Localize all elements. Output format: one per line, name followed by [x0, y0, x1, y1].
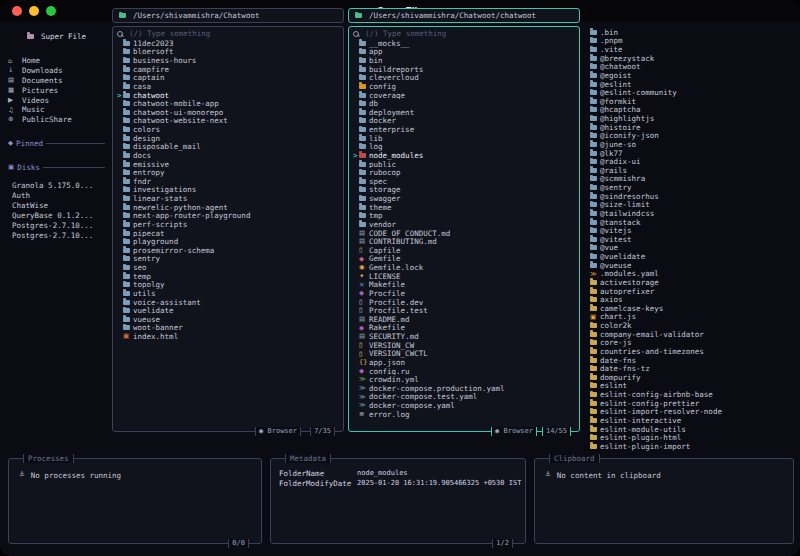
- file-row[interactable]: @eslint-community: [584, 88, 794, 97]
- file-row[interactable]: .vite: [584, 45, 794, 54]
- maximize-button[interactable]: [46, 6, 56, 16]
- file-row[interactable]: vuelidate: [117, 306, 343, 315]
- file-row[interactable]: @tanstack: [584, 218, 794, 227]
- disk-item[interactable]: QueryBase 0.1.2...: [12, 211, 105, 221]
- file-row[interactable]: business-hours: [117, 56, 343, 65]
- file-row[interactable]: {} app.json: [353, 358, 579, 367]
- file-row[interactable]: eslint-plugin-html: [584, 433, 794, 442]
- file-row[interactable]: enterprise: [353, 125, 579, 134]
- file-row[interactable]: chatwoot-mobile-app: [117, 99, 343, 108]
- file-row[interactable]: casa: [117, 82, 343, 91]
- file-row[interactable]: eslint: [584, 382, 794, 391]
- file-row[interactable]: disposable_mail: [117, 143, 343, 152]
- file-row[interactable]: woot-banner: [117, 324, 343, 333]
- file-row[interactable]: config: [353, 82, 579, 91]
- file-row[interactable]: @histoire: [584, 123, 794, 132]
- file-row[interactable]: @tailwindcss: [584, 209, 794, 218]
- disk-item[interactable]: Postgres-2.7.10...: [12, 221, 105, 231]
- file-row[interactable]: autoprefixer: [584, 287, 794, 296]
- file-row[interactable]: ◆ Gemfile: [353, 255, 579, 264]
- file-row[interactable]: swagger: [353, 194, 579, 203]
- file-row[interactable]: lib: [353, 134, 579, 143]
- file-row[interactable]: ≫ docker-compose.production.yaml: [353, 384, 579, 393]
- file-row[interactable]: sentry: [117, 255, 343, 264]
- file-row[interactable]: @hcaptcha: [584, 106, 794, 115]
- file-row[interactable]: temp: [117, 272, 343, 281]
- close-button[interactable]: [12, 6, 22, 16]
- file-row[interactable]: perf-scripts: [117, 220, 343, 229]
- file-row[interactable]: color2k: [584, 321, 794, 330]
- minimize-button[interactable]: [29, 6, 39, 16]
- file-row[interactable]: ▯ Capfile: [353, 246, 579, 255]
- disk-item[interactable]: Granola 5.175.0...: [12, 181, 105, 191]
- file-row[interactable]: emissive: [117, 160, 343, 169]
- file-row[interactable]: colors: [117, 125, 343, 134]
- sidebar-item[interactable]: ⌂ Home: [8, 56, 105, 66]
- file-row[interactable]: seo: [117, 263, 343, 272]
- file-row[interactable]: campfire: [117, 65, 343, 74]
- file-row[interactable]: @vuelidate: [584, 252, 794, 261]
- file-row[interactable]: @june-so: [584, 140, 794, 149]
- file-row[interactable]: date-fns: [584, 356, 794, 365]
- file-row[interactable]: ▤ README.md: [353, 315, 579, 324]
- file-row[interactable]: prosemirror-schema: [117, 246, 343, 255]
- file-row[interactable]: @highlightjs: [584, 114, 794, 123]
- file-row[interactable]: ▯ Procfile.dev: [353, 298, 579, 307]
- file-row[interactable]: docker: [353, 117, 579, 126]
- file-row[interactable]: > chatwoot: [117, 91, 343, 100]
- file-row[interactable]: .bin: [584, 28, 794, 37]
- file-row[interactable]: activestorage: [584, 278, 794, 287]
- file-row[interactable]: @eslint: [584, 80, 794, 89]
- file-row[interactable]: ▣ index.html: [117, 332, 343, 341]
- file-row[interactable]: ▯ VERSION_CW: [353, 341, 579, 350]
- file-row[interactable]: eslint-import-resolver-node: [584, 408, 794, 417]
- file-row[interactable]: rubocop: [353, 168, 579, 177]
- file-row[interactable]: log: [353, 143, 579, 152]
- file-row[interactable]: bloersoft: [117, 48, 343, 57]
- file-row[interactable]: pipecat: [117, 229, 343, 238]
- file-row[interactable]: @sindresorhus: [584, 192, 794, 201]
- file-row[interactable]: ▤ CODE_OF_CONDUCT.md: [353, 229, 579, 238]
- file-row[interactable]: axios: [584, 295, 794, 304]
- file-row[interactable]: .pnpm: [584, 37, 794, 46]
- file-row[interactable]: countries-and-timezones: [584, 347, 794, 356]
- disk-item[interactable]: Postgres-2.7.10...: [12, 231, 105, 241]
- file-row[interactable]: playground: [117, 237, 343, 246]
- sidebar-item[interactable]: ▤ Documents: [8, 76, 105, 86]
- file-row[interactable]: storage: [353, 186, 579, 195]
- file-row[interactable]: docs: [117, 151, 343, 160]
- file-row[interactable]: @vitejs: [584, 226, 794, 235]
- file-row[interactable]: eslint-plugin-import: [584, 442, 794, 451]
- file-row[interactable]: eslint-module-utils: [584, 425, 794, 434]
- file-row[interactable]: @scmmishra: [584, 175, 794, 184]
- file-row[interactable]: ≫ crowdin.yml: [353, 375, 579, 384]
- file-row[interactable]: clevercloud: [353, 74, 579, 83]
- file-row[interactable]: @egoist: [584, 71, 794, 80]
- file-row[interactable]: linear-stats: [117, 194, 343, 203]
- file-row[interactable]: @breezystack: [584, 54, 794, 63]
- file-row[interactable]: eslint-config-airbnb-base: [584, 390, 794, 399]
- file-row[interactable]: dompurify: [584, 373, 794, 382]
- disk-item[interactable]: ChatWise: [12, 201, 105, 211]
- file-row[interactable]: __mocks__: [353, 39, 579, 48]
- file-row[interactable]: fndr: [117, 177, 343, 186]
- file-row[interactable]: @chatwoot: [584, 63, 794, 72]
- file-row[interactable]: app: [353, 48, 579, 57]
- file-row[interactable]: ▯ Procfile.test: [353, 306, 579, 315]
- file-row[interactable]: eslint-config-prettier: [584, 399, 794, 408]
- file-row[interactable]: buildreports: [353, 65, 579, 74]
- file-row[interactable]: 11dec2023: [117, 39, 343, 48]
- file-row[interactable]: vendor: [353, 220, 579, 229]
- sidebar-item[interactable]: ♫ Music: [8, 105, 105, 115]
- disk-item[interactable]: Auth: [12, 191, 105, 201]
- file-row[interactable]: spec: [353, 177, 579, 186]
- panel1-search-input[interactable]: (/) Type something: [117, 29, 343, 38]
- file-row[interactable]: @vue: [584, 244, 794, 253]
- file-row[interactable]: investigations: [117, 186, 343, 195]
- file-row[interactable]: theme: [353, 203, 579, 212]
- file-row[interactable]: > node_modules: [353, 151, 579, 160]
- file-row[interactable]: design: [117, 134, 343, 143]
- file-row[interactable]: date-fns-tz: [584, 364, 794, 373]
- file-row[interactable]: ▯ VERSION_CWCTL: [353, 350, 579, 359]
- file-row[interactable]: ≫ .modules.yaml: [584, 270, 794, 279]
